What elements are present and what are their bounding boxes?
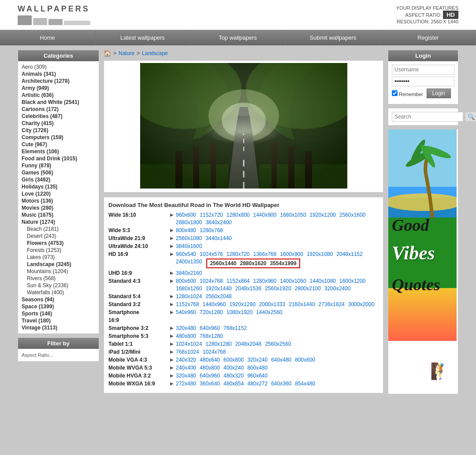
cat-vintage[interactable]: Vintage (3113)	[22, 324, 95, 331]
cat-desert[interactable]: Desert (243)	[22, 233, 95, 240]
res-link[interactable]: 272x480	[176, 381, 196, 387]
res-link[interactable]: 1920x1440	[205, 285, 231, 292]
res-link[interactable]: 2560x1920	[265, 285, 291, 292]
cat-computers[interactable]: Computers (159)	[22, 134, 95, 141]
cat-architecture[interactable]: Architecture (1278)	[22, 78, 95, 85]
res-link[interactable]: 2048x2048	[235, 341, 261, 347]
nav-submit[interactable]: Submit wallpapers	[286, 30, 381, 45]
res-link[interactable]: 1152x720	[200, 212, 223, 218]
res-link[interactable]: 640x360	[271, 381, 291, 387]
res-link[interactable]: 1280x1024	[176, 293, 202, 300]
res-link[interactable]: 540x960	[176, 309, 196, 315]
username-input[interactable]	[392, 65, 454, 74]
res-link[interactable]: 2160x1440	[289, 301, 315, 307]
cat-landscape[interactable]: Landscape (3245)	[22, 261, 95, 268]
res-link[interactable]: 1440x2560	[256, 309, 282, 315]
res-link[interactable]: 3554x1999	[270, 260, 297, 266]
res-link[interactable]: 1024x768	[203, 349, 226, 355]
cat-army[interactable]: Army (949)	[22, 85, 95, 92]
cat-aero[interactable]: Aero (309)	[22, 63, 95, 70]
res-link[interactable]: 1024x1024	[176, 341, 202, 347]
res-link[interactable]: 720x1280	[200, 309, 223, 315]
res-link[interactable]: 3840x1600	[176, 243, 202, 249]
cat-lakes[interactable]: Lakes (973)	[22, 254, 95, 261]
res-link[interactable]: 768x1280	[200, 333, 223, 339]
cat-games[interactable]: Games (506)	[22, 169, 95, 176]
res-link[interactable]: 800x480	[247, 365, 268, 371]
login-button[interactable]: Login	[427, 89, 451, 98]
res-link[interactable]: 1440x900	[253, 212, 276, 218]
cat-artistic[interactable]: Artistic (636)	[22, 92, 95, 99]
res-link[interactable]: 480x272	[247, 381, 268, 387]
home-icon[interactable]: 🏠	[104, 50, 111, 57]
cat-love[interactable]: Love (1220)	[22, 190, 95, 197]
res-link[interactable]: 3200x2400	[324, 285, 350, 292]
res-link[interactable]: 800x480	[176, 227, 196, 233]
res-link[interactable]: 3000x2000	[348, 301, 374, 307]
res-link[interactable]: 1400x1050	[280, 278, 306, 284]
cat-beach[interactable]: Beach (2181)	[22, 226, 95, 233]
breadcrumb-landscape[interactable]: Landscape	[142, 50, 168, 56]
password-input[interactable]	[392, 77, 454, 86]
res-link[interactable]: 2400x1350	[176, 259, 202, 268]
res-link[interactable]: 2560x2048	[205, 293, 231, 300]
res-link[interactable]: 1680x1050	[280, 212, 306, 218]
cat-sports[interactable]: Sports (146)	[22, 310, 95, 317]
cat-music[interactable]: Music (1675)	[22, 211, 95, 218]
res-link[interactable]: 1366x768	[253, 251, 276, 257]
res-link[interactable]: 3840x2160	[176, 270, 202, 276]
res-link[interactable]: 2560x2560	[265, 341, 291, 347]
cat-holidays[interactable]: Holidays (135)	[22, 183, 95, 190]
res-link[interactable]: 1280x800	[227, 212, 250, 218]
res-link[interactable]: 800x600	[176, 278, 196, 284]
cat-travel[interactable]: Travel (180)	[22, 317, 95, 324]
cat-forests[interactable]: Forests (1253)	[22, 247, 95, 254]
cat-flowers[interactable]: Flowers (4753)	[22, 240, 95, 247]
res-link[interactable]: 854x480	[295, 381, 315, 387]
res-link[interactable]: 480x800	[176, 333, 196, 339]
cat-mountains[interactable]: Mountains (1204)	[22, 268, 95, 275]
res-link[interactable]: 2560x1600	[339, 212, 365, 218]
res-link[interactable]: 1600x900	[280, 251, 303, 257]
cat-animals[interactable]: Animals (341)	[22, 70, 95, 78]
res-link[interactable]: 1024x576	[200, 251, 223, 257]
cat-waterfalls[interactable]: Waterfalls (400)	[22, 289, 95, 296]
res-link[interactable]: 480x320	[223, 373, 244, 379]
res-link[interactable]: 2800x2100	[295, 285, 321, 292]
res-link[interactable]: 320x480	[176, 325, 196, 331]
cat-movies[interactable]: Movies (280)	[22, 204, 95, 211]
res-link[interactable]: 960x540	[176, 251, 196, 257]
res-link[interactable]: 1080x1920	[227, 309, 253, 315]
res-link[interactable]: 600x800	[223, 357, 244, 363]
cat-girls[interactable]: Girls (3492)	[22, 176, 95, 183]
res-link[interactable]: 960x600	[176, 212, 196, 218]
cat-space[interactable]: Space (1399)	[22, 303, 95, 310]
res-link[interactable]: 1920x1280	[229, 301, 255, 307]
cat-seasons[interactable]: Seasons (94)	[22, 296, 95, 303]
nav-home[interactable]: Home	[0, 30, 95, 45]
cat-cartoons[interactable]: Cartoons (172)	[22, 106, 95, 113]
search-button[interactable]: 🔍	[465, 112, 476, 122]
res-link[interactable]: 1920x1080	[307, 251, 333, 257]
remember-checkbox[interactable]	[392, 90, 398, 96]
cat-motors[interactable]: Motors (136)	[22, 197, 95, 204]
cat-charity[interactable]: Charity (415)	[22, 120, 95, 127]
res-link[interactable]: 960x640	[247, 373, 268, 379]
cat-celebrities[interactable]: Celebrities (487)	[22, 113, 95, 120]
nav-top[interactable]: Top wallpapers	[190, 30, 286, 45]
res-link[interactable]: 640x960	[200, 325, 220, 331]
res-link-highlighted[interactable]: 2560x1440	[210, 260, 236, 266]
res-link[interactable]: 1600x1200	[339, 278, 365, 284]
res-link[interactable]: 1280x960	[253, 278, 276, 284]
nav-register[interactable]: Register	[381, 30, 476, 45]
res-link[interactable]: 320x480	[176, 373, 196, 379]
res-link[interactable]: 800x600	[295, 357, 315, 363]
res-link[interactable]: 1280x720	[227, 251, 250, 257]
res-link[interactable]: 240x400	[176, 365, 196, 371]
res-link[interactable]: 240x320	[176, 357, 196, 363]
cat-food[interactable]: Food and Drink (1015)	[22, 155, 95, 162]
res-link[interactable]: 2880x1620	[240, 260, 266, 266]
res-link[interactable]: 3840x2400	[205, 219, 231, 226]
res-link[interactable]: 2560x1080	[176, 235, 202, 241]
res-link[interactable]: 2000x1333	[259, 301, 285, 307]
